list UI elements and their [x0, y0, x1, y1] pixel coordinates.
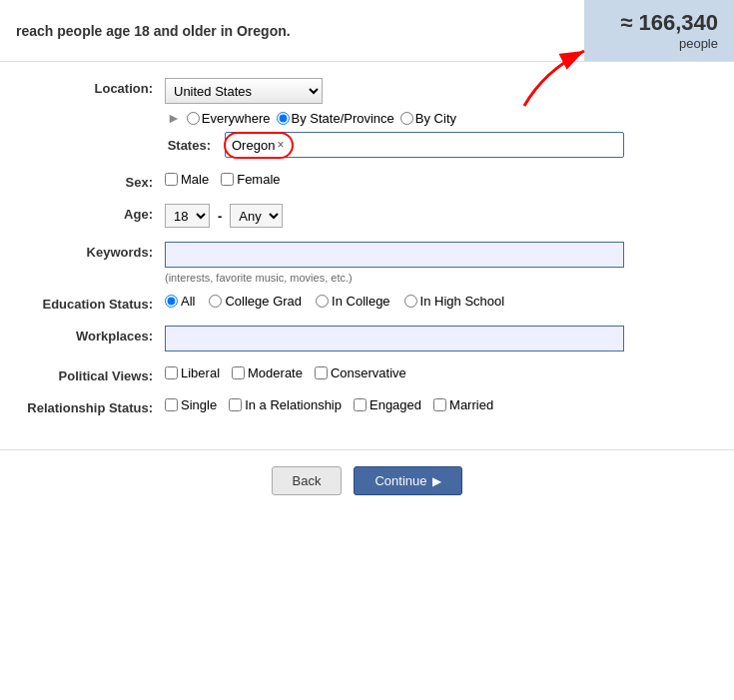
relationship-married-label[interactable]: Married	[433, 397, 493, 412]
education-high-school-label[interactable]: In High School	[404, 294, 505, 309]
political-moderate-checkbox[interactable]	[232, 366, 245, 379]
political-conservative-label[interactable]: Conservative	[315, 365, 406, 380]
location-select[interactable]: United States	[165, 78, 323, 104]
location-label: Location:	[20, 78, 165, 96]
education-group: All College Grad In College In High Scho…	[165, 294, 504, 309]
workplaces-input[interactable]	[165, 326, 624, 351]
education-in-college-radio[interactable]	[316, 295, 329, 308]
sex-female-checkbox[interactable]	[221, 173, 234, 186]
state-tag-oregon: Oregon ×	[232, 138, 284, 153]
radio-everywhere[interactable]	[187, 112, 200, 125]
political-liberal-checkbox[interactable]	[165, 366, 178, 379]
states-input[interactable]: Oregon ×	[225, 132, 624, 158]
relationship-in-relationship-label[interactable]: In a Relationship	[229, 397, 342, 412]
states-inline-label: States:	[165, 138, 217, 153]
age-from-select[interactable]: 18	[165, 204, 210, 228]
sex-group: Male Female	[165, 172, 281, 187]
political-moderate-label[interactable]: Moderate	[232, 365, 303, 380]
back-button[interactable]: Back	[272, 466, 343, 495]
keywords-label: Keywords:	[20, 242, 165, 260]
education-label: Education Status:	[20, 294, 165, 312]
footer: Back Continue ▶	[0, 449, 734, 511]
age-to-select[interactable]: Any	[230, 204, 283, 228]
sex-label: Sex:	[20, 172, 165, 190]
sex-male-label[interactable]: Male	[165, 172, 209, 187]
political-liberal-label[interactable]: Liberal	[165, 365, 220, 380]
education-in-college-label[interactable]: In College	[316, 294, 390, 309]
education-college-grad-radio[interactable]	[209, 295, 222, 308]
sex-female-label[interactable]: Female	[221, 172, 280, 187]
audience-count: ≈ 166,340	[600, 10, 718, 36]
age-label: Age:	[20, 204, 165, 222]
education-high-school-radio[interactable]	[404, 295, 417, 308]
keywords-hint: (interests, favorite music, movies, etc.…	[165, 272, 714, 284]
relationship-group: Single In a Relationship Engaged Married	[165, 397, 493, 412]
political-label: Political Views:	[20, 365, 165, 383]
radio-by-city[interactable]	[400, 112, 413, 125]
relationship-single-label[interactable]: Single	[165, 397, 217, 412]
radio-everywhere-label[interactable]: Everywhere	[187, 111, 271, 126]
relationship-label: Relationship Status:	[20, 397, 165, 415]
continue-arrow-icon: ▶	[432, 474, 441, 488]
radio-by-state[interactable]	[277, 112, 290, 125]
audience-label: people	[600, 36, 718, 51]
relationship-engaged-label[interactable]: Engaged	[354, 397, 421, 412]
radio-by-state-label[interactable]: By State/Province	[277, 111, 394, 126]
relationship-single-checkbox[interactable]	[165, 398, 178, 411]
age-separator: -	[218, 209, 222, 224]
continue-button[interactable]: Continue ▶	[354, 466, 462, 495]
relationship-engaged-checkbox[interactable]	[354, 398, 367, 411]
state-tag-remove[interactable]: ×	[277, 138, 284, 152]
relationship-married-checkbox[interactable]	[433, 398, 446, 411]
education-all-radio[interactable]	[165, 295, 178, 308]
political-conservative-checkbox[interactable]	[315, 366, 328, 379]
keywords-input[interactable]	[165, 242, 624, 268]
relationship-in-relationship-checkbox[interactable]	[229, 398, 242, 411]
radio-by-city-label[interactable]: By City	[400, 111, 456, 126]
page-title: reach people age 18 and older in Oregon.	[16, 23, 291, 39]
education-college-grad-label[interactable]: College Grad	[209, 294, 302, 309]
education-all-label[interactable]: All	[165, 294, 195, 309]
age-group: 18 - Any	[165, 204, 283, 228]
sex-male-checkbox[interactable]	[165, 173, 178, 186]
workplaces-label: Workplaces:	[20, 326, 165, 344]
political-group: Liberal Moderate Conservative	[165, 365, 406, 380]
forward-arrow-icon: ►	[167, 110, 181, 126]
red-arrow-icon	[514, 41, 604, 111]
